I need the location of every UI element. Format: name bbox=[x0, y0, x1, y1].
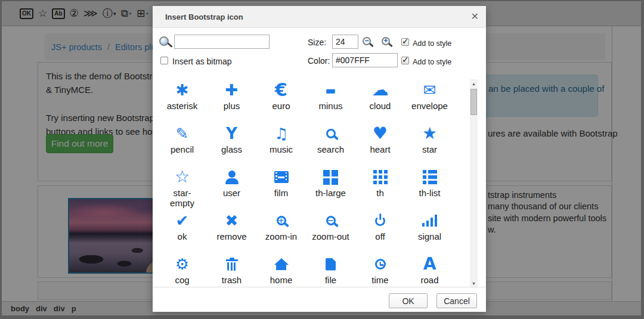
bootstrap-icon-th[interactable]: th bbox=[355, 167, 405, 210]
bootstrap-icon-off[interactable]: off bbox=[355, 210, 405, 254]
bootstrap-icon-road[interactable]: Aroad bbox=[405, 254, 454, 287]
icon-label: user bbox=[212, 188, 252, 198]
icon-label: home bbox=[262, 275, 301, 285]
insert-as-bitmap-label: Insert as bitmap bbox=[172, 57, 232, 66]
icon-label: cloud bbox=[361, 101, 400, 111]
bootstrap-icon-heart[interactable]: ♥heart bbox=[355, 123, 405, 167]
icon-label: th-list bbox=[410, 188, 450, 198]
heart-icon: ♥ bbox=[370, 123, 391, 144]
bootstrap-icon-trash[interactable]: trash bbox=[207, 254, 256, 287]
size-label: Size: bbox=[308, 38, 326, 47]
icon-label: remove bbox=[212, 231, 252, 241]
bootstrap-icon-time[interactable]: time bbox=[355, 254, 405, 287]
road-icon: A bbox=[420, 254, 440, 274]
icon-label: th bbox=[361, 188, 400, 198]
bootstrap-icon-signal[interactable]: signal bbox=[405, 210, 454, 254]
bootstrap-icon-file[interactable]: file bbox=[306, 254, 355, 287]
icon-label: asterisk bbox=[163, 101, 202, 111]
screen: OK☆Ab②⋙ⓘ▾⧉+⊞+ JS+ products/Editors plugi… bbox=[0, 0, 644, 319]
bootstrap-icon-pencil[interactable]: ✎pencil bbox=[157, 123, 207, 167]
glass-icon: Y bbox=[222, 123, 242, 144]
user-icon bbox=[222, 167, 242, 187]
icon-label: road bbox=[410, 275, 450, 285]
ok-icon: ✔ bbox=[172, 210, 193, 231]
dialog-scrollbar[interactable]: ▲ ▼ bbox=[470, 79, 478, 288]
search-icon bbox=[321, 123, 341, 144]
bootstrap-icon-th-list[interactable]: th-list bbox=[405, 167, 454, 210]
ok-button[interactable]: OK bbox=[389, 293, 428, 308]
time-icon bbox=[370, 254, 391, 274]
home-icon bbox=[271, 254, 292, 274]
icon-label: zoom-out bbox=[311, 231, 351, 241]
th-icon bbox=[370, 167, 391, 187]
bootstrap-icon-star[interactable]: ★star bbox=[405, 123, 454, 167]
bootstrap-icon-th-large[interactable]: th-large bbox=[306, 167, 355, 210]
music-icon: ♫ bbox=[271, 123, 292, 144]
zoom-out-icon bbox=[321, 210, 341, 231]
bootstrap-icon-home[interactable]: home bbox=[256, 254, 306, 287]
bootstrap-icon-plus[interactable]: ✚plus bbox=[207, 80, 256, 123]
icon-label: star-empty bbox=[163, 188, 202, 208]
cancel-button[interactable]: Cancel bbox=[436, 293, 477, 308]
bootstrap-icon-user[interactable]: user bbox=[207, 167, 256, 210]
cog-icon: ⚙ bbox=[172, 254, 193, 274]
icon-label: trash bbox=[212, 275, 252, 285]
bootstrap-icon-star-empty[interactable]: ☆star-empty bbox=[157, 167, 207, 210]
icon-label: ok bbox=[163, 231, 202, 241]
scroll-up-icon[interactable]: ▲ bbox=[470, 80, 478, 88]
size-add-to-style-label: Add to style bbox=[413, 39, 451, 48]
pencil-icon: ✎ bbox=[172, 123, 193, 144]
icon-search-input[interactable] bbox=[174, 35, 270, 49]
bootstrap-icon-euro[interactable]: €euro bbox=[256, 80, 306, 123]
icon-label: time bbox=[361, 275, 400, 285]
bootstrap-icon-glass[interactable]: Yglass bbox=[207, 123, 256, 167]
icon-label: star bbox=[410, 144, 450, 154]
increase-size-icon[interactable] bbox=[382, 37, 390, 45]
icon-label: plus bbox=[212, 101, 252, 111]
search-icon bbox=[159, 36, 169, 46]
icon-label: minus bbox=[311, 101, 351, 111]
th-list-icon bbox=[420, 167, 440, 187]
close-icon[interactable]: ✕ bbox=[471, 12, 479, 21]
signal-icon bbox=[420, 210, 440, 231]
icon-grid: ✱asterisk✚plus€euro▬minus☁cloud✉envelope… bbox=[153, 73, 467, 287]
dialog-titlebar[interactable]: Insert Bootstrap icon ✕ bbox=[153, 6, 486, 28]
icon-label: film bbox=[262, 188, 301, 198]
bootstrap-icon-asterisk[interactable]: ✱asterisk bbox=[157, 80, 207, 123]
bootstrap-icon-music[interactable]: ♫music bbox=[256, 123, 306, 167]
bootstrap-icon-minus[interactable]: ▬minus bbox=[306, 80, 355, 123]
bootstrap-icon-envelope[interactable]: ✉envelope bbox=[405, 80, 454, 123]
scrollbar-thumb[interactable] bbox=[470, 89, 477, 115]
size-add-to-style-checkbox[interactable] bbox=[401, 38, 409, 46]
insert-as-bitmap-checkbox[interactable] bbox=[160, 57, 168, 64]
icon-label: signal bbox=[410, 231, 450, 241]
bootstrap-icon-ok[interactable]: ✔ok bbox=[157, 210, 207, 254]
color-add-to-style-label: Add to style bbox=[413, 58, 451, 66]
bootstrap-icon-zoom-in[interactable]: zoom-in bbox=[256, 210, 306, 254]
color-input[interactable] bbox=[332, 53, 398, 67]
bootstrap-icon-film[interactable]: film bbox=[256, 167, 306, 210]
size-input[interactable] bbox=[332, 35, 358, 49]
icon-label: heart bbox=[361, 144, 400, 154]
icon-label: off bbox=[361, 231, 400, 241]
envelope-icon: ✉ bbox=[420, 80, 440, 100]
icon-label: euro bbox=[262, 101, 301, 111]
color-add-to-style-checkbox[interactable] bbox=[401, 57, 409, 64]
star-empty-icon: ☆ bbox=[172, 167, 193, 187]
th-large-icon bbox=[321, 167, 341, 187]
color-label: Color: bbox=[308, 56, 330, 66]
icon-label: zoom-in bbox=[262, 231, 301, 241]
euro-icon: € bbox=[271, 80, 292, 100]
bootstrap-icon-zoom-out[interactable]: zoom-out bbox=[306, 210, 355, 254]
icon-label: th-large bbox=[311, 188, 351, 198]
decrease-size-icon[interactable] bbox=[363, 37, 371, 45]
off-icon bbox=[370, 210, 391, 231]
bootstrap-icon-cog[interactable]: ⚙cog bbox=[157, 254, 207, 287]
dialog-title: Insert Bootstrap icon bbox=[165, 6, 243, 28]
bootstrap-icon-search[interactable]: search bbox=[306, 123, 355, 167]
bootstrap-icon-remove[interactable]: ✖remove bbox=[207, 210, 256, 254]
icon-grid-viewport: ✱asterisk✚plus€euro▬minus☁cloud✉envelope… bbox=[153, 73, 467, 287]
bootstrap-icon-cloud[interactable]: ☁cloud bbox=[355, 80, 405, 123]
minus-icon: ▬ bbox=[321, 80, 341, 100]
icon-label: envelope bbox=[410, 101, 450, 111]
